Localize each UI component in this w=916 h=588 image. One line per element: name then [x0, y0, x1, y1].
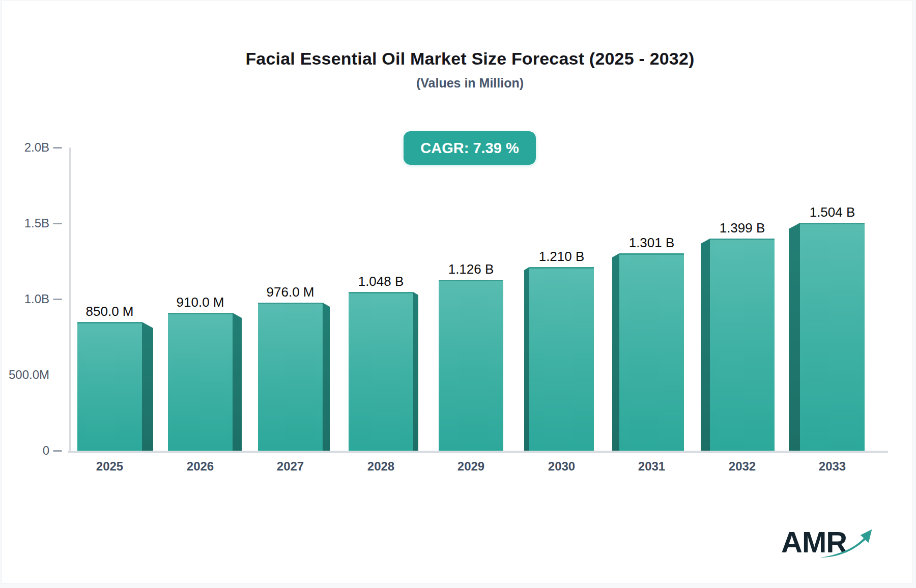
y-axis-label: 500.0M — [2, 367, 49, 383]
bar-side-face — [413, 292, 418, 451]
bar-side-face — [323, 303, 330, 451]
bar-2032[interactable] — [710, 239, 775, 451]
y-axis-label: 1.5B — [2, 216, 49, 231]
bar-chart: 2.0B1.5B1.0B500.0M0850.0 M2025910.0 M202… — [2, 1, 912, 583]
x-axis-label: 2030 — [548, 459, 575, 474]
bar-2029[interactable] — [439, 280, 503, 451]
x-axis-label: 2026 — [187, 459, 214, 474]
y-axis-tick — [53, 147, 62, 149]
y-axis-label: 1.0B — [2, 291, 49, 307]
bar-value-label: 850.0 M — [86, 304, 134, 319]
bar-side-face — [524, 267, 529, 451]
y-axis-tick — [53, 450, 62, 452]
bar-value-label: 1.126 B — [448, 261, 494, 277]
y-axis-label: 2.0B — [2, 140, 49, 155]
amr-logo: AMR — [781, 527, 883, 568]
y-axis-label: 0 — [2, 443, 49, 458]
bar-side-face — [701, 239, 710, 451]
bar-value-label: 1.210 B — [539, 249, 585, 264]
bar-value-label: 976.0 M — [267, 284, 314, 300]
x-axis-label: 2032 — [729, 459, 756, 474]
bar-side-face — [233, 313, 242, 451]
bar-side-face — [789, 223, 800, 451]
bar-value-label: 910.0 M — [177, 295, 224, 310]
bar-2026[interactable] — [168, 313, 233, 451]
bar-value-label: 1.399 B — [720, 220, 765, 236]
y-axis-line — [69, 148, 71, 453]
x-axis-label: 2031 — [638, 459, 665, 474]
bar-2028[interactable] — [349, 292, 413, 451]
y-axis-tick — [53, 223, 62, 224]
bar-2025[interactable] — [77, 322, 142, 451]
bar-value-label: 1.048 B — [358, 274, 404, 289]
x-axis-label: 2027 — [277, 459, 304, 474]
bar-side-face — [142, 322, 153, 451]
x-axis-label: 2033 — [819, 459, 846, 474]
bar-2033[interactable] — [800, 223, 865, 451]
bar-value-label: 1.301 B — [629, 235, 675, 251]
bar-2030[interactable] — [529, 267, 594, 451]
x-axis-label: 2028 — [367, 459, 394, 474]
chart-card: Facial Essential Oil Market Size Forecas… — [1, 0, 912, 583]
bar-side-face — [612, 253, 619, 451]
bar-2027[interactable] — [258, 303, 323, 451]
growth-arrow-icon — [819, 526, 872, 560]
y-axis-tick — [53, 299, 62, 300]
x-axis-label: 2025 — [96, 459, 123, 474]
x-axis-label: 2029 — [457, 459, 484, 474]
x-axis-line — [68, 451, 888, 453]
bar-2031[interactable] — [619, 253, 684, 451]
bar-value-label: 1.504 B — [810, 204, 855, 220]
